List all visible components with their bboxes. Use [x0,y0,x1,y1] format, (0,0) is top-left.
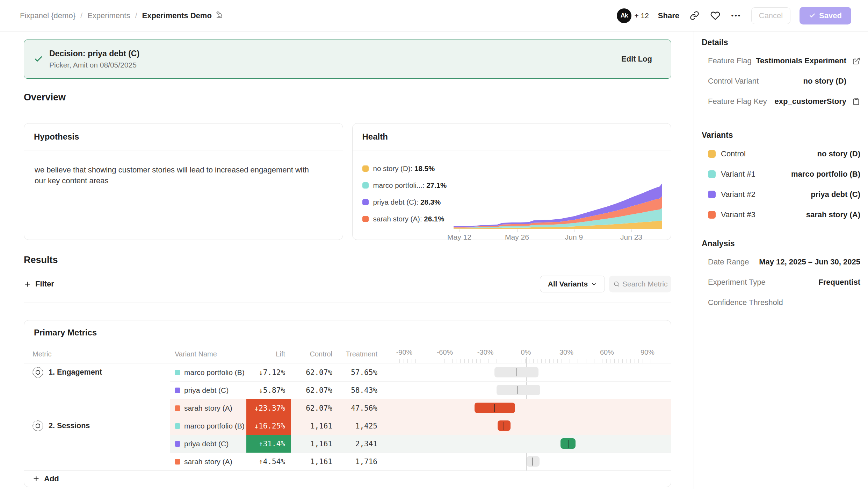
control-value: 62.07% [291,399,335,417]
decision-subtitle: Picker, Amit on 08/05/2025 [49,61,621,69]
breadcrumb-experiments[interactable]: Experiments [87,11,130,20]
lift-marker [494,404,495,412]
more-options-icon[interactable]: ••• [730,10,742,22]
external-link-icon[interactable] [852,57,860,65]
copy-link-icon[interactable] [688,10,700,22]
breadcrumb: Fixpanel {demo} / Experiments / Experime… [20,10,223,21]
legend-item: no story (D): 18.5% [362,160,447,177]
details-sidebar: Details Feature Flag Testimonials Experi… [694,31,868,489]
cancel-button[interactable]: Cancel [751,7,790,24]
results-heading: Results [24,255,671,265]
control-value: 1,161 [291,453,335,470]
saved-button[interactable]: Saved [800,7,851,24]
legend-swatch [362,199,369,205]
details-section-title: Details [702,36,860,48]
experiments-page: Fixpanel {demo} / Experiments / Experime… [0,0,868,489]
share-button[interactable]: Share [658,11,679,20]
legend-swatch [362,216,369,222]
variant-color-dot [175,423,180,429]
control-value: 1,161 [291,435,335,453]
variants-section-title: Variants [702,129,860,141]
metric-name: 1. Engagement [49,368,102,377]
primary-metrics-card: Primary Metrics Metric Variant Name Lift… [24,320,671,487]
clipboard-copy-icon[interactable] [852,98,860,105]
confidence-interval-cell [380,399,671,417]
top-bar: Fixpanel {demo} / Experiments / Experime… [0,0,868,31]
variant-row-1: Variant #1 marco portfolio (B) [702,164,860,184]
main-content: Decision: priya debt (C) Picker, Amit on… [0,31,694,489]
avatar[interactable]: Ak [617,8,631,23]
confidence-interval-bar [527,456,540,467]
decision-banner: Decision: priya debt (C) Picker, Amit on… [24,40,671,79]
analysis-row-confidence-threshold: Confidence Threshold [702,292,860,313]
metric-row[interactable]: sarah story (A) ↓23.37% 62.07% 47.56% [24,399,671,417]
decision-title: Decision: priya debt (C) [49,49,621,58]
overview-heading: Overview [24,92,671,103]
legend-item: priya debt (C): 28.3% [362,194,447,211]
variant-row-control: Control no story (D) [702,144,860,164]
variant-name: priya debt (C) [184,386,229,395]
legend-swatch [362,182,369,189]
column-header-metric: Metric [24,345,170,363]
axis-tick-label: -30% [477,348,494,356]
favorite-heart-icon[interactable] [709,10,721,22]
axis-tick-label: -60% [437,348,453,356]
check-icon [34,55,43,64]
control-value: 62.07% [291,363,335,381]
metric-row[interactable]: sarah story (A) ↑4.54% 1,161 1,716 [24,453,671,470]
hypothesis-card: Hypothesis we believe that showing custo… [24,123,343,240]
metric-row[interactable]: priya debt (C) ↓5.87% 62.07% 58.43% [24,381,671,399]
collaborators-count: + 12 [634,12,649,20]
edit-log-button[interactable]: Edit Log [621,55,652,64]
lift-value: ↑31.4% [246,435,291,453]
breadcrumb-separator: / [80,11,82,20]
lift-value: ↓7.12% [246,363,291,381]
analysis-row-experiment-type: Experiment Type Frequentist [702,272,860,292]
lift-marker [504,422,504,430]
treatment-value: 1,716 [335,453,380,470]
search-metrics-input[interactable] [622,280,668,288]
axis-tick-label: 0% [521,348,531,356]
lift-marker [568,440,569,448]
metric-target-icon [32,367,43,378]
add-filter-button[interactable]: Filter [24,279,54,289]
breadcrumb-project[interactable]: Fixpanel {demo} [20,11,75,20]
column-header-control: Control [291,345,335,363]
confidence-interval-cell [380,363,671,381]
health-title: Health [362,132,388,142]
metrics-search[interactable] [609,276,671,292]
lift-marker [532,458,533,466]
metric-row[interactable]: priya debt (C) ↑31.4% 1,161 2,341 [24,435,671,453]
treatment-value: 2,341 [335,435,380,453]
metric-target-icon [32,420,43,431]
hypothesis-text: we believe that showing customer stories… [24,150,325,186]
check-icon [809,12,816,19]
table-header: Metric Variant Name Lift Control Treatme… [24,345,671,363]
column-header-treatment: Treatment [335,345,380,363]
variant-name: priya debt (C) [184,440,229,448]
metric-row[interactable]: 2. Sessions marco portfolio (B) ↓16.25% … [24,417,671,435]
collaborators[interactable]: Ak + 12 [617,8,649,23]
add-metric-button[interactable]: Add [32,474,59,483]
treatment-value: 1,425 [335,417,380,435]
plus-icon [32,475,40,482]
lift-value: ↓5.87% [246,381,291,399]
variants-filter-label: All Variants [548,280,588,288]
treatment-value: 58.43% [335,381,380,399]
variant-color-dot [708,191,716,198]
axis-tick-label: -90% [396,348,413,356]
detail-row-feature-flag: Feature Flag Testimonials Experiment [702,51,860,71]
plus-icon [24,281,31,288]
page-title: Experiments Demo [142,11,212,20]
variants-filter-dropdown[interactable]: All Variants [540,276,605,292]
metrics-table: Metric Variant Name Lift Control Treatme… [24,345,671,470]
variant-row-2: Variant #2 priya debt (C) [702,184,860,205]
lift-value: ↓16.25% [246,417,291,435]
variant-name: sarah story (A) [184,458,232,466]
metric-row[interactable]: 1. Engagement marco portfolio (B) ↓7.12%… [24,363,671,381]
health-legend: no story (D): 18.5% marco portfoli...: 2… [362,160,447,227]
column-header-lift: Lift [246,345,291,363]
axis-tick-label: 90% [641,348,654,356]
add-label: Add [44,474,59,483]
variant-color-dot [708,211,716,219]
